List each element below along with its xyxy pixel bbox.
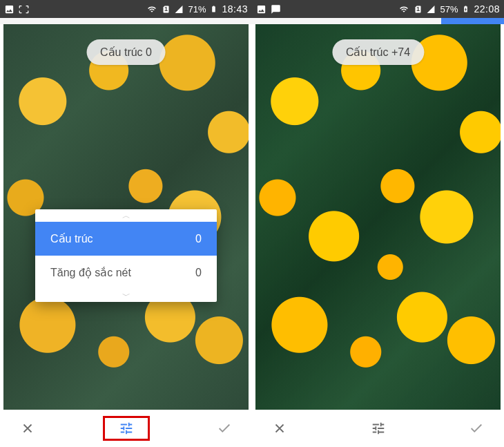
menu-row-value: 0 (195, 267, 202, 279)
battery-icon (210, 3, 217, 15)
adjustment-menu[interactable]: ︿ Cấu trúc 0 Tăng độ sắc nét 0 ﹀ (35, 209, 217, 302)
photo-flowers (255, 24, 501, 410)
sim-icon: 1 (162, 4, 170, 15)
wifi-icon (398, 5, 409, 14)
top-tab-strip (0, 18, 252, 24)
clock-text: 22:08 (474, 3, 500, 15)
image-icon (256, 4, 266, 15)
tune-button-highlighted[interactable] (103, 416, 150, 441)
tune-button[interactable] (362, 412, 395, 445)
status-bar: 1 71% 18:43 (0, 0, 252, 18)
bottom-toolbar (252, 410, 504, 447)
bottom-toolbar (0, 410, 252, 447)
menu-row-label: Tăng độ sắc nét (50, 266, 131, 279)
value-pill-text: Cấu trúc +74 (346, 46, 410, 58)
photo-canvas[interactable]: Cấu trúc 0 ︿ Cấu trúc 0 Tăng độ sắc nét … (0, 24, 252, 410)
tune-icon (369, 421, 387, 436)
cancel-button[interactable] (263, 412, 296, 445)
signal-icon (426, 5, 436, 14)
top-tab-strip (252, 18, 504, 24)
menu-row-label: Cấu trúc (50, 232, 93, 245)
wifi-icon (146, 5, 157, 14)
screenshot-icon (19, 4, 29, 15)
phone-left: 1 71% 18:43 Cấu trúc 0 ︿ Cấu (0, 0, 252, 447)
cancel-button[interactable] (11, 412, 44, 445)
value-pill-text: Cấu trúc 0 (100, 46, 152, 58)
status-bar: 1 57% 22:08 (252, 0, 504, 18)
apply-button[interactable] (208, 412, 241, 445)
phone-right: 1 57% 22:08 Cấu trúc +74 (252, 0, 504, 447)
value-pill: Cấu trúc 0 (86, 39, 166, 65)
chat-icon (271, 4, 281, 15)
apply-button[interactable] (460, 412, 493, 445)
signal-icon (174, 5, 184, 14)
battery-percent: 71% (188, 4, 206, 15)
menu-row-value: 0 (195, 233, 202, 245)
sim-label: 1 (162, 4, 170, 15)
value-pill: Cấu trúc +74 (332, 39, 424, 65)
chevron-down-icon[interactable]: ﹀ (35, 289, 217, 302)
battery-charging-icon (462, 3, 469, 15)
clock-text: 18:43 (222, 3, 248, 15)
tab-active-indicator (441, 18, 504, 24)
chevron-up-icon[interactable]: ︿ (35, 209, 217, 222)
tune-icon (117, 421, 135, 436)
sim-label: 1 (414, 4, 422, 15)
battery-percent: 57% (440, 4, 458, 15)
image-icon (4, 4, 14, 15)
menu-row-sharpen[interactable]: Tăng độ sắc nét 0 (35, 256, 217, 289)
sim-icon: 1 (414, 4, 422, 15)
menu-row-structure[interactable]: Cấu trúc 0 (35, 222, 217, 256)
photo-canvas[interactable]: Cấu trúc +74 (252, 24, 504, 410)
